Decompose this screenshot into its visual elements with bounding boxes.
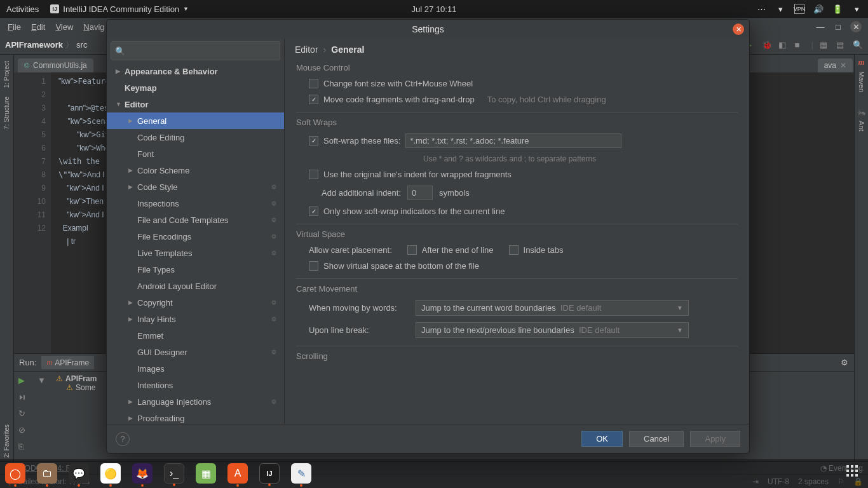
tool-project[interactable]: 1: Project: [3, 57, 10, 92]
coverage-icon[interactable]: ◧: [778, 40, 789, 50]
crumb-general: General: [331, 44, 364, 55]
run-tree-root[interactable]: APIFram: [65, 374, 97, 383]
settings-tree-item-color-scheme[interactable]: ▶Color Scheme: [107, 162, 284, 179]
dock-chat[interactable]: 💬: [69, 463, 89, 484]
settings-tree-item-appearance-behavior[interactable]: ▶Appearance & Behavior: [107, 63, 284, 79]
menu-navigate[interactable]: Navig: [79, 21, 108, 33]
expand-icon[interactable]: ▼: [37, 376, 48, 386]
power-icon[interactable]: ▾: [851, 4, 862, 14]
run-tool-col1: ▶ ⏯ ↻ ⊘ ⎘: [14, 372, 33, 461]
dock-software[interactable]: A: [227, 463, 248, 484]
tab-close-icon[interactable]: ✕: [840, 61, 846, 70]
editor-tab-commonutils[interactable]: © CommonUtils.ja: [18, 58, 93, 72]
dock-firefox[interactable]: 🦊: [132, 463, 153, 484]
settings-tree-item-file-and-code-templates[interactable]: File and Code Templates⛭: [107, 212, 284, 228]
settings-tree-item-font[interactable]: Font: [107, 146, 284, 162]
export-icon[interactable]: ⎘: [18, 442, 29, 452]
dock-chrome[interactable]: 🟡: [100, 463, 121, 484]
settings-tool-icon[interactable]: ▤: [836, 40, 846, 50]
settings-tree-item-proofreading[interactable]: ▶Proofreading: [107, 410, 284, 424]
tool-maven[interactable]: Maven: [858, 67, 865, 96]
cb-inside-tabs[interactable]: [509, 245, 519, 255]
vpn-icon[interactable]: VPN: [794, 4, 804, 14]
dock-text-editor[interactable]: ✎: [291, 463, 311, 484]
cb-softwrap-indicators[interactable]: [309, 207, 318, 216]
settings-tree-item-file-types[interactable]: File Types: [107, 261, 284, 278]
window-minimize-icon[interactable]: —: [815, 21, 826, 32]
menu-view[interactable]: View: [51, 21, 77, 33]
rerun-failed-icon[interactable]: ↻: [18, 409, 29, 419]
settings-tree-item-code-editing[interactable]: Code Editing: [107, 129, 284, 146]
settings-tree-item-code-style[interactable]: ▶Code Style⛭: [107, 179, 284, 195]
debug-icon[interactable]: 🐞: [762, 40, 772, 50]
cancel-button[interactable]: Cancel: [629, 431, 684, 447]
settings-tree-item-inspections[interactable]: Inspections⛭: [107, 195, 284, 212]
help-button[interactable]: ?: [116, 432, 130, 446]
settings-search-input[interactable]: 🔍: [111, 41, 280, 60]
rerun-icon[interactable]: ▶: [18, 376, 29, 386]
input-soft-wrap-patterns[interactable]: [405, 133, 621, 148]
tool-structure[interactable]: 7: Structure: [3, 93, 10, 133]
settings-tree-item-general[interactable]: ▶General: [107, 112, 284, 129]
window-close-icon[interactable]: ✕: [850, 21, 862, 32]
run-gear-icon[interactable]: ⚙: [841, 358, 848, 367]
cb-after-eol[interactable]: [407, 245, 417, 255]
apply-button[interactable]: Apply: [690, 431, 740, 447]
menu-dots-icon[interactable]: ⋯: [756, 4, 766, 14]
settings-tree-item-gui-designer[interactable]: GUI Designer⛭: [107, 344, 284, 360]
editor-tab-right[interactable]: ava ✕: [818, 58, 853, 72]
settings-tree-item-android-layout-editor[interactable]: Android Layout Editor: [107, 278, 284, 294]
wifi-icon[interactable]: ▾: [775, 4, 785, 14]
breadcrumb-project[interactable]: APIFramework: [5, 40, 63, 50]
search-everywhere-icon[interactable]: 🔍: [853, 40, 863, 50]
settings-tree-item-intentions[interactable]: Intentions: [107, 377, 284, 393]
settings-tree-item-language-injections[interactable]: ▶Language Injections⛭: [107, 393, 284, 410]
breadcrumb-segment[interactable]: src: [76, 40, 87, 50]
menu-file[interactable]: File: [4, 21, 25, 33]
dock-files[interactable]: 🗀: [37, 463, 57, 484]
toggle-autotest-icon[interactable]: ⊘: [18, 425, 29, 435]
settings-tree-item-file-encodings[interactable]: File Encodings⛭: [107, 228, 284, 245]
clock[interactable]: Jul 27 10:11: [412, 4, 457, 14]
settings-tree-item-emmet[interactable]: Emmet: [107, 327, 284, 344]
project-structure-icon[interactable]: ▦: [820, 40, 830, 50]
window-maximize-icon[interactable]: □: [832, 21, 844, 32]
cb-change-font-size[interactable]: [309, 79, 318, 88]
activities-button[interactable]: Activities: [6, 4, 39, 14]
cb-original-indent[interactable]: [309, 170, 318, 179]
stop-icon[interactable]: ⏯: [18, 392, 29, 402]
dock-show-apps[interactable]: [846, 465, 863, 482]
drop-line-break[interactable]: Jump to the next/previous line boundarie…: [416, 322, 689, 338]
settings-tree-item-editor[interactable]: ▼Editor: [107, 96, 284, 112]
dock-terminal[interactable]: ›_: [164, 463, 184, 484]
menu-edit[interactable]: Edit: [27, 21, 49, 33]
input-additional-indent[interactable]: [407, 186, 433, 200]
dock-app[interactable]: ▦: [196, 463, 216, 484]
crumb-editor[interactable]: Editor: [295, 44, 318, 55]
drop-moving-words[interactable]: Jump to the current word boundaries IDE …: [416, 300, 689, 316]
run-config-tab[interactable]: m APIFrame: [41, 356, 94, 369]
settings-tree-item-inlay-hints[interactable]: ▶Inlay Hints⛭: [107, 311, 284, 327]
dock-postman[interactable]: ◯: [5, 463, 25, 484]
tool-favorites[interactable]: 2: Favorites: [3, 421, 10, 461]
settings-content[interactable]: Mouse Control Change font size with Ctrl…: [285, 60, 749, 424]
app-indicator[interactable]: IJ IntelliJ IDEA Community Edition ▼: [50, 4, 189, 14]
cb-soft-wrap-files[interactable]: [309, 136, 318, 146]
settings-tree-item-keymap[interactable]: Keymap: [107, 79, 284, 96]
ok-button[interactable]: OK: [581, 431, 623, 447]
lbl-move-drag-drop: Move code fragments with drag-and-drop: [323, 95, 475, 104]
settings-tree-item-live-templates[interactable]: Live Templates⛭: [107, 245, 284, 261]
stop-icon[interactable]: ■: [795, 40, 805, 50]
cb-virtual-bottom[interactable]: [309, 261, 318, 271]
lbl-original-indent: Use the original line's indent for wrapp…: [323, 170, 512, 179]
cb-move-drag-drop[interactable]: [309, 95, 318, 104]
volume-icon[interactable]: 🔊: [813, 4, 824, 14]
settings-tree-item-images[interactable]: Images: [107, 360, 284, 377]
dock-intellij[interactable]: IJ: [259, 463, 280, 484]
settings-tree[interactable]: ▶Appearance & BehaviorKeymap▼Editor▶Gene…: [107, 63, 284, 424]
settings-tree-item-copyright[interactable]: ▶Copyright⛭: [107, 294, 284, 311]
battery-icon[interactable]: 🔋: [832, 4, 843, 14]
tool-ant[interactable]: Ant: [858, 117, 865, 135]
settings-dialog: Settings ✕ 🔍 ▶Appearance & BehaviorKeyma…: [106, 19, 750, 454]
dialog-close-icon[interactable]: ✕: [733, 24, 744, 35]
